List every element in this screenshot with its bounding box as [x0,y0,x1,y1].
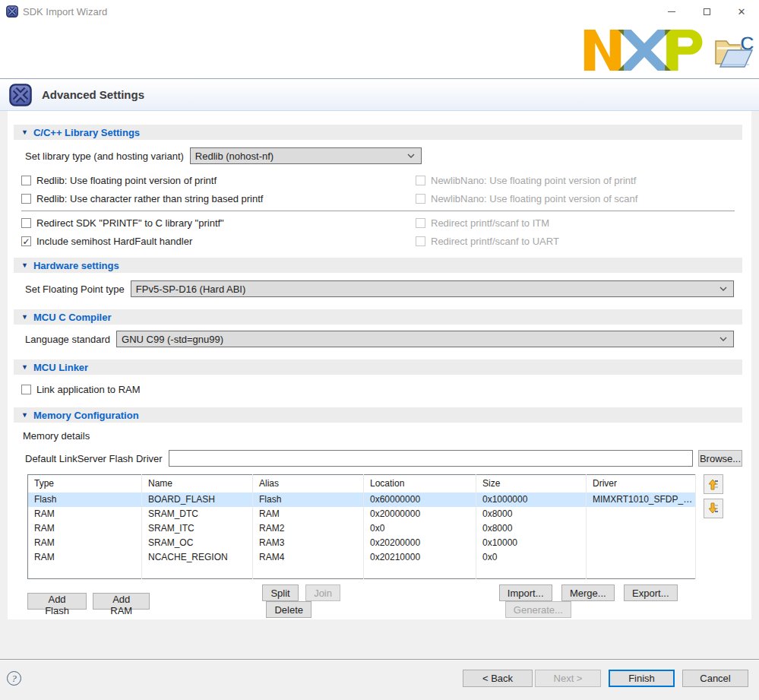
checkbox-box[interactable] [21,385,31,394]
close-icon: ✕ [738,7,746,17]
flash-driver-input[interactable] [169,450,693,467]
add-ram-button[interactable]: Add RAM [93,593,150,610]
column-header-location[interactable]: Location [364,475,476,493]
import-button[interactable]: Import... [499,584,552,601]
cell-type[interactable]: Flash [28,493,142,507]
minimize-button[interactable] [654,0,689,23]
table-row-board-flash[interactable]: Flash BOARD_FLASH Flash 0x60000000 0x100… [28,493,696,507]
section-mcu-linker[interactable]: ▼ MCU Linker [14,360,742,375]
section-memory-configuration[interactable]: ▼ Memory Configuration [14,407,742,423]
cell-type[interactable]: RAM [28,550,142,565]
cell-name[interactable]: SRAM_ITC [142,521,253,536]
add-flash-button[interactable]: Add Flash [27,593,87,610]
table-row-empty[interactable] [28,565,696,579]
cell-alias[interactable]: Flash [253,493,364,507]
close-button[interactable]: ✕ [724,0,759,23]
column-header-name[interactable]: Name [142,475,253,493]
cell-size[interactable]: 0x8000 [476,521,587,536]
cell-driver[interactable] [587,521,696,536]
cell-type[interactable]: RAM [28,507,142,521]
checkbox-redlib-float-printf[interactable]: Redlib: Use floating point version of pr… [21,175,416,186]
checkbox-box-checked[interactable] [21,236,31,246]
cell-location[interactable]: 0x20210000 [364,550,476,565]
next-button: Next > [535,670,601,687]
chevron-down-icon [407,154,415,158]
finish-button[interactable]: Finish [609,670,675,687]
cell-size[interactable]: 0x1000000 [476,493,587,507]
checkbox-box [416,176,425,185]
cell-size[interactable] [476,565,587,579]
cell-size[interactable]: 0x8000 [476,507,587,521]
cell-alias[interactable]: RAM3 [253,536,364,550]
checkbox-redlib-char-printf[interactable]: Redlib: Use character rather than string… [21,193,416,204]
cell-alias[interactable]: RAM2 [253,521,364,536]
cell-location[interactable]: 0x60000000 [364,493,476,507]
cell-location[interactable] [364,565,476,579]
cell-driver[interactable] [587,536,696,550]
cell-name[interactable]: SRAM_OC [142,536,253,550]
language-standard-select[interactable]: GNU C99 (-std=gnu99) [116,331,734,347]
checkbox-semihost-hardfault[interactable]: Include semihost HardFault handler [21,236,416,247]
cell-driver[interactable] [587,507,696,521]
cell-location[interactable]: 0x20000000 [364,507,476,521]
cell-type[interactable]: RAM [28,521,142,536]
cell-type[interactable]: RAM [28,536,142,550]
checkbox-box[interactable] [21,194,31,204]
column-header-alias[interactable]: Alias [253,475,364,493]
memory-table: Type Name Alias Location Size Driver Fla… [27,474,696,579]
column-header-type[interactable]: Type [28,475,142,493]
cell-driver[interactable] [587,550,696,565]
minimize-icon [668,11,675,12]
checkbox-box[interactable] [21,218,31,228]
section-mcu-c-compiler[interactable]: ▼ MCU C Compiler [14,309,742,325]
language-standard-value: GNU C99 (-std=gnu99) [122,334,719,345]
back-button[interactable]: < Back [463,670,533,687]
cell-name[interactable]: BOARD_FLASH [142,493,253,507]
section-hardware-settings[interactable]: ▼ Hardware settings [14,258,742,273]
cell-driver[interactable]: MIMXRT1010_SFDP_QS... [587,493,696,507]
section-title: C/C++ Library Settings [33,127,140,138]
table-row-ncache-region[interactable]: RAM NCACHE_REGION RAM4 0x20210000 0x0 [28,550,696,565]
table-row-sram-oc[interactable]: RAM SRAM_OC RAM3 0x20200000 0x10000 [28,536,696,550]
cell-alias[interactable]: RAM [253,507,364,521]
checkbox-box[interactable] [21,176,31,185]
cell-name[interactable] [142,565,253,579]
cell-size[interactable]: 0x10000 [476,536,587,550]
cell-name[interactable]: NCACHE_REGION [142,550,253,565]
move-up-button[interactable] [704,474,723,494]
browse-button[interactable]: Browse... [698,450,742,467]
cell-size[interactable]: 0x0 [476,550,587,565]
delete-button[interactable]: Delete [266,601,312,618]
cell-driver[interactable] [587,565,696,579]
library-type-label: Set library type (and hosting variant) [25,150,184,162]
help-icon[interactable]: ? [7,671,21,686]
collapse-triangle-icon: ▼ [21,128,28,136]
cell-location[interactable]: 0x0 [364,521,476,536]
cell-name[interactable]: SRAM_DTC [142,507,253,521]
floating-point-select[interactable]: FPv5-SP-D16 (Hard ABI) [131,280,734,297]
split-button[interactable]: Split [262,584,298,601]
cell-type[interactable] [28,565,142,579]
cell-alias[interactable]: RAM4 [253,550,364,565]
maximize-button[interactable] [689,0,724,23]
checkbox-redirect-sdk-printf[interactable]: Redirect SDK "PRINTF" to C library "prin… [21,217,416,229]
merge-button[interactable]: Merge... [561,584,615,601]
checkbox-label: Redirect printf/scanf to ITM [431,217,549,229]
export-button[interactable]: Export... [624,584,677,601]
library-type-select[interactable]: Redlib (nohost-nf) [190,147,422,164]
collapse-triangle-icon: ▼ [21,313,28,321]
section-library-settings[interactable]: ▼ C/C++ Library Settings [14,125,742,140]
column-header-size[interactable]: Size [476,475,587,493]
checkbox-label: Link application to RAM [36,384,141,395]
table-row-sram-itc[interactable]: RAM SRAM_ITC RAM2 0x0 0x8000 [28,521,696,536]
column-header-driver[interactable]: Driver [587,475,696,493]
table-row-sram-dtc[interactable]: RAM SRAM_DTC RAM 0x20000000 0x8000 [28,507,696,521]
language-standard-label: Language standard [25,334,110,345]
checkbox-link-to-ram[interactable]: Link application to RAM [21,384,742,395]
cell-location[interactable]: 0x20200000 [364,536,476,550]
cell-alias[interactable] [253,565,364,579]
move-down-button[interactable] [704,499,723,518]
collapse-triangle-icon: ▼ [21,363,28,371]
nxp-logo [583,28,710,72]
cancel-button[interactable]: Cancel [682,670,748,687]
